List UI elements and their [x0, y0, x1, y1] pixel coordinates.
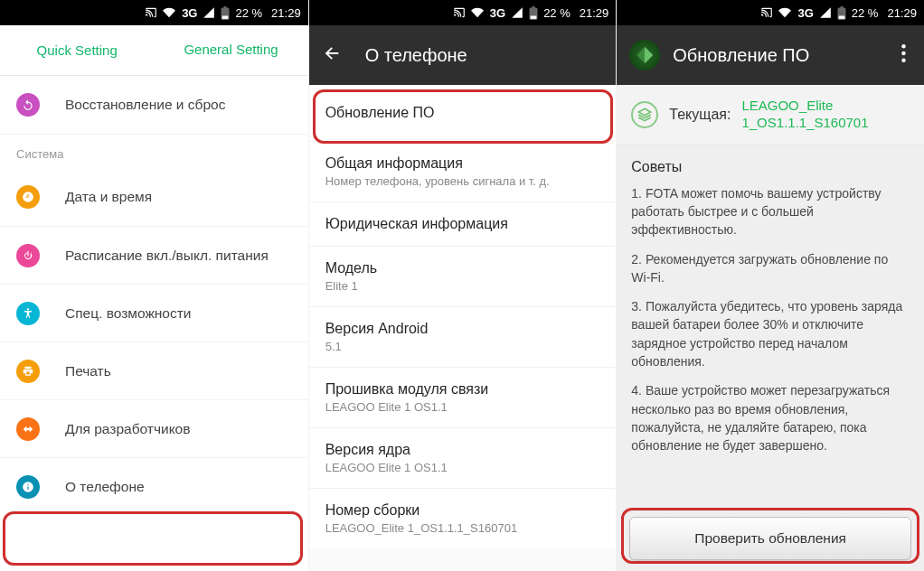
- appbar: О телефоне: [309, 25, 617, 85]
- tips-section: Советы 1. FOTA может помочь вашему устро…: [617, 145, 924, 507]
- tip-item: 1. FOTA может помочь вашему устройству р…: [631, 184, 910, 239]
- settings-tabs: Quick Setting General Setting: [0, 25, 308, 76]
- setting-row-print[interactable]: Печать: [0, 342, 308, 399]
- about-item-title: Общая информация: [325, 155, 600, 172]
- about-item-kernel[interactable]: Версия ядра LEAGOO Elite 1 OS1.1: [309, 427, 617, 488]
- screencast-icon: [453, 6, 466, 19]
- about-item-title: Версия ядра: [325, 442, 600, 458]
- network-label: 3G: [490, 6, 505, 20]
- setting-label: Для разработчиков: [65, 421, 190, 437]
- setting-label: О телефоне: [65, 479, 145, 495]
- setting-row-power-schedule[interactable]: Расписание вкл./выкл. питания: [0, 226, 308, 284]
- wifi-icon: [470, 6, 485, 19]
- info-icon: [16, 475, 40, 499]
- about-item-title: Прошивка модуля связи: [325, 381, 600, 398]
- accessibility-icon: [16, 302, 40, 325]
- signal-icon: [819, 6, 832, 19]
- print-icon: [16, 360, 40, 383]
- setting-row-about-phone[interactable]: О телефоне: [0, 457, 308, 515]
- svg-point-4: [901, 51, 905, 55]
- back-button[interactable]: [322, 43, 342, 67]
- status-bar: 3G 22 % 21:29: [309, 0, 617, 25]
- svg-rect-1: [531, 15, 537, 18]
- battery-icon: [529, 6, 538, 20]
- section-header-system: Система: [0, 134, 308, 168]
- about-item-sub: LEAGOO Elite 1 OS1.1: [325, 400, 600, 414]
- screencast-icon: [760, 6, 773, 19]
- screencast-icon: [145, 6, 157, 19]
- svg-point-3: [901, 44, 905, 48]
- status-icons: [760, 6, 792, 19]
- about-item-model[interactable]: Модель Elite 1: [309, 246, 617, 306]
- network-label: 3G: [797, 6, 813, 20]
- battery-label: 22 %: [852, 6, 879, 20]
- status-bar: 3G 22 % 21:29: [0, 0, 308, 25]
- about-item-general-info[interactable]: Общая информация Номер телефона, уровень…: [309, 141, 617, 201]
- wifi-icon: [162, 6, 176, 19]
- about-phone-screen: 3G 22 % 21:29 О телефоне Обновление ПО О…: [308, 0, 617, 571]
- about-item-baseband[interactable]: Прошивка модуля связи LEAGOO Elite 1 OS1…: [309, 367, 617, 427]
- about-item-sub: LEAGOO_Elite 1_OS1.1.1_S160701: [325, 521, 600, 535]
- settings-list: Восстановление и сброс Система Дата и вр…: [0, 76, 308, 571]
- about-item-title: Обновление ПО: [325, 105, 600, 121]
- app-logo-icon: [629, 40, 660, 70]
- battery-icon: [221, 6, 230, 20]
- current-label: Текущая:: [669, 107, 731, 123]
- setting-row-developer[interactable]: Для разработчиков: [0, 399, 308, 457]
- network-label: 3G: [182, 6, 197, 20]
- about-item-sub: Номер телефона, уровень сигнала и т. д.: [325, 174, 600, 188]
- software-update-screen: 3G 22 % 21:29 Обновление ПО Текущая: LEA…: [616, 0, 924, 571]
- about-item-sub: 5.1: [325, 340, 600, 353]
- setting-row-date-time[interactable]: Дата и время: [0, 168, 308, 226]
- layers-icon: [631, 101, 658, 128]
- status-icons: [453, 6, 485, 19]
- appbar: Обновление ПО: [617, 25, 924, 85]
- more-vert-icon: [901, 44, 906, 62]
- setting-label: Дата и время: [65, 189, 152, 205]
- about-item-android-version[interactable]: Версия Android 5.1: [309, 306, 617, 367]
- tip-item: 4. Ваше устройство может перезагружаться…: [631, 381, 910, 454]
- about-item-sub: LEAGOO Elite 1 OS1.1: [325, 461, 600, 474]
- tab-quick-setting[interactable]: Quick Setting: [0, 25, 154, 75]
- developer-icon: [16, 417, 40, 441]
- setting-label: Печать: [65, 363, 111, 379]
- time-label: 21:29: [271, 6, 301, 20]
- overflow-menu-button[interactable]: [896, 39, 911, 71]
- check-button-wrap: Проверить обновления: [617, 506, 924, 571]
- setting-label: Расписание вкл./выкл. питания: [65, 248, 269, 264]
- status-icons: [145, 6, 176, 19]
- check-updates-button[interactable]: Проверить обновления: [629, 517, 911, 560]
- setting-row-backup-reset[interactable]: Восстановление и сброс: [0, 76, 308, 134]
- tip-item: 2. Рекомендуется загружать обновление по…: [631, 250, 910, 287]
- setting-row-accessibility[interactable]: Спец. возможности: [0, 284, 308, 342]
- time-label: 21:29: [887, 6, 917, 20]
- current-version: LEAGOO_Elite 1_OS1.1.1_S160701: [741, 98, 910, 132]
- svg-rect-0: [222, 15, 229, 18]
- settings-screen: 3G 22 % 21:29 Quick Setting General Sett…: [0, 0, 308, 571]
- svg-rect-2: [838, 15, 844, 18]
- about-item-build-number[interactable]: Номер сборки LEAGOO_Elite 1_OS1.1.1_S160…: [309, 488, 617, 548]
- time-label: 21:29: [580, 6, 609, 20]
- current-version-row: Текущая: LEAGOO_Elite 1_OS1.1.1_S160701: [617, 85, 924, 145]
- clock-icon: [16, 185, 40, 209]
- about-item-legal[interactable]: Юридическая информация: [309, 201, 617, 246]
- about-list: Обновление ПО Общая информация Номер тел…: [309, 85, 617, 571]
- about-item-software-update[interactable]: Обновление ПО: [309, 85, 617, 141]
- battery-icon: [837, 6, 846, 20]
- power-icon: [16, 244, 40, 267]
- signal-icon: [511, 6, 523, 19]
- about-item-sub: Elite 1: [325, 279, 600, 293]
- signal-icon: [203, 6, 215, 19]
- about-item-title: Модель: [325, 260, 600, 276]
- tab-general-setting[interactable]: General Setting: [154, 25, 307, 75]
- setting-label: Спец. возможности: [65, 305, 191, 322]
- about-item-title: Юридическая информация: [325, 216, 600, 232]
- wifi-icon: [778, 6, 792, 19]
- battery-label: 22 %: [543, 6, 570, 20]
- setting-label: Восстановление и сброс: [65, 97, 225, 113]
- arrow-back-icon: [322, 43, 342, 63]
- svg-point-5: [901, 59, 905, 62]
- appbar-title: О телефоне: [365, 45, 467, 66]
- tip-item: 3. Пожалуйста убедитесь, что уровень зар…: [631, 297, 910, 370]
- appbar-title: Обновление ПО: [673, 45, 809, 66]
